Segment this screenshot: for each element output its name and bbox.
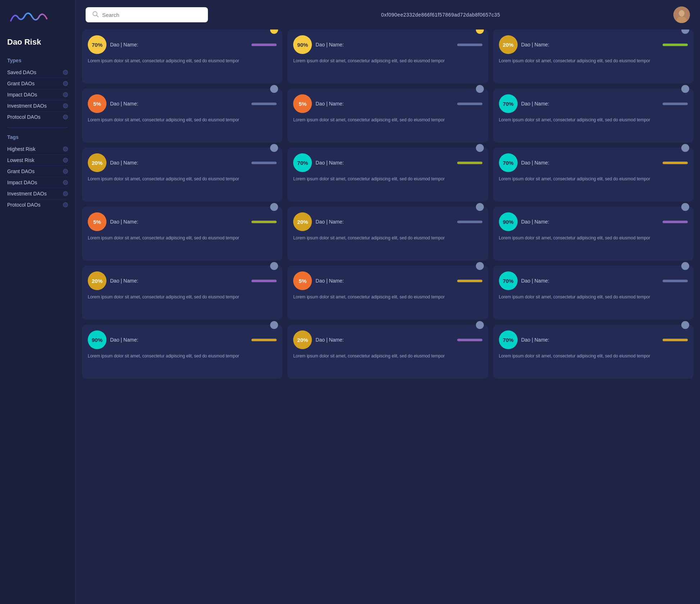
- dao-card[interactable]: 5% Dao | Name: Lorem ipsum dolor sit ame…: [287, 266, 488, 320]
- risk-badge: 90%: [88, 330, 106, 349]
- sidebar-dot: [63, 70, 68, 75]
- dao-card[interactable]: 90% Dao | Name: Lorem ipsum dolor sit am…: [287, 30, 488, 84]
- card-status-dot: [476, 321, 484, 329]
- divider: [7, 127, 68, 128]
- sidebar-item-tag[interactable]: Impact DAOs: [7, 177, 68, 188]
- card-bar-area: [663, 339, 688, 341]
- dao-card[interactable]: 90% Dao | Name: Lorem ipsum dolor sit am…: [82, 325, 282, 379]
- sidebar-item-tag[interactable]: Grant DAOs: [7, 166, 68, 177]
- card-status-dot: [270, 321, 278, 329]
- dao-card[interactable]: 20% Dao | Name: Lorem ipsum dolor sit am…: [287, 325, 488, 379]
- sidebar-dot: [63, 81, 68, 86]
- sidebar-item-tag[interactable]: Protocol DAOs: [7, 199, 68, 210]
- card-status-dot: [681, 144, 689, 152]
- dao-card[interactable]: 70% Dao | Name: Lorem ipsum dolor sit am…: [82, 30, 282, 84]
- card-body-text: Lorem ipsum dolor sit amet, consectetur …: [293, 294, 482, 300]
- card-status-dot: [681, 321, 689, 329]
- card-bar-area: [251, 221, 277, 223]
- card-body-text: Lorem ipsum dolor sit amet, consectetur …: [499, 58, 688, 64]
- card-body-text: Lorem ipsum dolor sit amet, consectetur …: [499, 235, 688, 241]
- card-status-dot: [476, 203, 484, 211]
- dao-card[interactable]: 20% Dao | Name: Lorem ipsum dolor sit am…: [82, 266, 282, 320]
- card-status-dot: [681, 203, 689, 211]
- card-left: 5% Dao | Name:: [88, 212, 248, 231]
- risk-badge: 20%: [293, 330, 312, 349]
- dao-card[interactable]: 20% Dao | Name: Lorem ipsum dolor sit am…: [493, 30, 694, 84]
- sidebar-item-type[interactable]: Impact DAOs: [7, 89, 68, 100]
- dao-card[interactable]: 70% Dao | Name: Lorem ipsum dolor sit am…: [493, 148, 694, 202]
- dao-name-label: Dao | Name:: [110, 160, 138, 166]
- types-section-label: Types: [7, 58, 68, 63]
- card-left: 90% Dao | Name:: [293, 35, 453, 54]
- sidebar-dot: [63, 158, 68, 163]
- risk-badge: 20%: [499, 35, 518, 54]
- card-bar-area: [457, 280, 482, 282]
- dao-name-label: Dao | Name:: [110, 337, 138, 343]
- card-body-text: Lorem ipsum dolor sit amet, consectetur …: [293, 353, 482, 359]
- card-status-dot: [270, 85, 278, 93]
- card-top: 70% Dao | Name:: [499, 330, 688, 349]
- card-top: 20% Dao | Name:: [88, 153, 277, 172]
- svg-point-3: [679, 10, 685, 17]
- card-top: 70% Dao | Name:: [88, 35, 277, 54]
- sidebar-item-type[interactable]: Protocol DAOs: [7, 112, 68, 122]
- dao-name-label: Dao | Name:: [315, 160, 344, 166]
- dao-card[interactable]: 5% Dao | Name: Lorem ipsum dolor sit ame…: [287, 89, 488, 143]
- dao-name-label: Dao | Name:: [110, 219, 138, 225]
- card-bar-area: [457, 339, 482, 341]
- search-icon: [92, 11, 99, 19]
- card-body-text: Lorem ipsum dolor sit amet, consectetur …: [499, 117, 688, 123]
- card-status-dot: [270, 144, 278, 152]
- card-bar: [251, 280, 277, 282]
- card-top: 90% Dao | Name:: [88, 330, 277, 349]
- sidebar-item-tag[interactable]: Lowest Risk: [7, 155, 68, 166]
- dao-name-label: Dao | Name:: [521, 219, 549, 225]
- cards-grid: 70% Dao | Name: Lorem ipsum dolor sit am…: [82, 30, 694, 379]
- sidebar-item-tag[interactable]: Highest Risk: [7, 144, 68, 155]
- risk-badge: 90%: [499, 212, 518, 231]
- svg-line-1: [97, 15, 99, 17]
- sidebar: Dao Risk Types Saved DAOs Grant DAOs Imp…: [0, 0, 76, 604]
- risk-badge: 20%: [293, 212, 312, 231]
- sidebar-item-type[interactable]: Investment DAOs: [7, 100, 68, 112]
- sidebar-item-tag[interactable]: Investment DAOs: [7, 188, 68, 199]
- card-left: 90% Dao | Name:: [88, 330, 248, 349]
- dao-card[interactable]: 90% Dao | Name: Lorem ipsum dolor sit am…: [493, 207, 694, 261]
- card-bar: [663, 339, 688, 341]
- card-left: 70% Dao | Name:: [499, 153, 659, 172]
- dao-card[interactable]: 70% Dao | Name: Lorem ipsum dolor sit am…: [287, 148, 488, 202]
- sidebar-item-label: Investment DAOs: [7, 103, 47, 109]
- card-bar-area: [663, 44, 688, 46]
- dao-card[interactable]: 5% Dao | Name: Lorem ipsum dolor sit ame…: [82, 207, 282, 261]
- card-bar-area: [663, 103, 688, 105]
- avatar-image: [673, 6, 690, 23]
- search-input[interactable]: [102, 12, 201, 18]
- dao-card[interactable]: 20% Dao | Name: Lorem ipsum dolor sit am…: [287, 207, 488, 261]
- sidebar-tag-label: Impact DAOs: [7, 180, 37, 185]
- dao-name-label: Dao | Name:: [110, 278, 138, 284]
- card-left: 20% Dao | Name:: [88, 271, 248, 290]
- card-bar-area: [251, 162, 277, 164]
- main-content: 0xf090ee2332de866f61f57869ad72dab8f0657c…: [76, 0, 700, 604]
- risk-badge: 5%: [293, 271, 312, 290]
- risk-badge: 20%: [88, 153, 106, 172]
- dao-name-label: Dao | Name:: [521, 337, 549, 343]
- sidebar-item-type[interactable]: Grant DAOs: [7, 78, 68, 89]
- dao-card[interactable]: 70% Dao | Name: Lorem ipsum dolor sit am…: [493, 89, 694, 143]
- card-body-text: Lorem ipsum dolor sit amet, consectetur …: [88, 117, 277, 123]
- dao-name-label: Dao | Name:: [110, 101, 138, 107]
- card-top: 90% Dao | Name:: [499, 212, 688, 231]
- card-status-dot: [476, 144, 484, 152]
- dao-card[interactable]: 20% Dao | Name: Lorem ipsum dolor sit am…: [82, 148, 282, 202]
- risk-badge: 70%: [88, 35, 106, 54]
- card-status-dot: [681, 85, 689, 93]
- dao-card[interactable]: 70% Dao | Name: Lorem ipsum dolor sit am…: [493, 266, 694, 320]
- search-bar[interactable]: [86, 7, 208, 22]
- dao-card[interactable]: 70% Dao | Name: Lorem ipsum dolor sit am…: [493, 325, 694, 379]
- dao-card[interactable]: 5% Dao | Name: Lorem ipsum dolor sit ame…: [82, 89, 282, 143]
- card-top: 70% Dao | Name:: [499, 271, 688, 290]
- card-bar: [663, 103, 688, 105]
- dao-name-label: Dao | Name:: [315, 101, 344, 107]
- sidebar-item-type[interactable]: Saved DAOs: [7, 67, 68, 78]
- card-status-dot: [681, 30, 689, 34]
